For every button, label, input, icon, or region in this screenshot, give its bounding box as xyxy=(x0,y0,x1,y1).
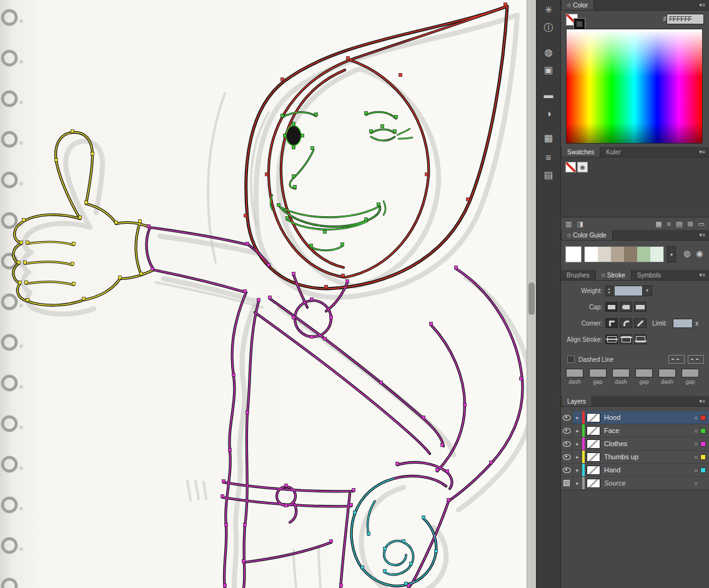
expand-arrow-icon[interactable]: ▸ xyxy=(573,454,582,460)
dash-align-icon[interactable] xyxy=(688,355,704,364)
layer-thumbnail[interactable] xyxy=(587,479,600,488)
align-inside-button[interactable] xyxy=(620,334,632,344)
layer-row-source[interactable]: ▸ Source ○ xyxy=(561,477,709,490)
layer-name[interactable]: Hood xyxy=(603,414,691,421)
panel-menu-icon[interactable]: ▾≡ xyxy=(695,0,709,10)
visibility-toggle[interactable] xyxy=(561,477,573,489)
edit-colors-icon[interactable]: ◉ xyxy=(696,249,703,258)
limit-input[interactable] xyxy=(673,319,693,328)
cap-butt-button[interactable] xyxy=(605,302,618,312)
panel-menu-icon[interactable]: ▾≡ xyxy=(695,147,709,157)
dashed-line-checkbox[interactable] xyxy=(567,356,575,363)
target-circle[interactable]: ○ xyxy=(691,480,701,487)
visibility-toggle[interactable] xyxy=(561,451,573,463)
expand-arrow-icon[interactable]: ▸ xyxy=(573,441,582,447)
layer-row-face[interactable]: ▸ Face ○ xyxy=(561,424,709,437)
visibility-toggle[interactable] xyxy=(561,437,573,450)
target-circle[interactable]: ○ xyxy=(691,427,701,434)
dash-input-1[interactable] xyxy=(566,369,583,377)
expand-arrow-icon[interactable]: ▸ xyxy=(573,467,582,473)
tab-brushes[interactable]: Brushes xyxy=(561,270,595,280)
expand-arrow-icon[interactable]: ▸ xyxy=(573,428,582,434)
gradient-icon[interactable]: ◍ xyxy=(537,46,560,59)
navigator-icon[interactable]: ✳ xyxy=(537,4,560,16)
vector-artwork[interactable] xyxy=(13,6,522,588)
anchor-points[interactable] xyxy=(17,3,523,587)
layer-name[interactable]: Thumbs up xyxy=(603,453,691,461)
paragraph-icon[interactable]: ≡ xyxy=(537,151,560,164)
gap-input-1[interactable] xyxy=(589,369,607,377)
layer-name[interactable]: Source xyxy=(603,479,691,487)
new-swatch-icon[interactable]: ⊞ xyxy=(687,220,693,228)
tab-kuler[interactable]: Kuler xyxy=(600,147,626,157)
registration-swatch[interactable]: ◉ xyxy=(577,162,588,172)
dash-input-2[interactable] xyxy=(612,369,630,377)
gap-input-2[interactable] xyxy=(635,369,653,377)
gap-input-3[interactable] xyxy=(682,369,699,377)
tab-swatches[interactable]: Swatches xyxy=(561,147,600,157)
visibility-toggle[interactable] xyxy=(561,424,573,437)
vertical-scrollbar[interactable] xyxy=(527,0,536,588)
artboard-canvas[interactable] xyxy=(0,0,527,588)
color-themes-icon[interactable]: ◨ xyxy=(577,220,583,228)
layer-thumbnail[interactable] xyxy=(587,439,600,449)
tab-color[interactable]: ◇ Color xyxy=(561,0,594,10)
layer-row-hood[interactable]: ▸ Hood ○ xyxy=(561,411,709,424)
layer-row-clothes[interactable]: ▸ Clothes ○ xyxy=(561,437,709,451)
align-center-button[interactable] xyxy=(605,334,618,344)
align-icon[interactable]: ▦ xyxy=(537,132,560,144)
cap-round-button[interactable] xyxy=(620,302,632,312)
swatch-libraries-icon[interactable]: ▥ xyxy=(565,220,572,228)
layer-name[interactable]: Clothes xyxy=(603,440,691,447)
harmony-dropdown[interactable]: ▾ xyxy=(667,246,676,262)
appearance-icon[interactable]: ▬ xyxy=(537,89,560,101)
tab-layers[interactable]: Layers xyxy=(561,396,592,406)
tab-symbols[interactable]: Symbols xyxy=(632,270,667,280)
layer-row-thumbs-up[interactable]: ▸ Thumbs up ○ xyxy=(561,451,709,464)
base-color-swatch[interactable] xyxy=(565,246,582,262)
target-circle[interactable]: ○ xyxy=(691,467,701,474)
artwork-svg[interactable] xyxy=(0,0,527,588)
corner-miter-button[interactable] xyxy=(605,318,618,328)
corner-bevel-button[interactable] xyxy=(634,318,647,328)
expand-arrow-icon[interactable]: ▸ xyxy=(573,481,582,486)
limit-colors-icon[interactable]: ◍ xyxy=(683,249,690,258)
scrollbar-thumb[interactable] xyxy=(528,282,535,315)
visibility-toggle[interactable] xyxy=(561,464,573,476)
swatch-list[interactable]: ◉ xyxy=(561,157,709,217)
target-circle[interactable]: ○ xyxy=(691,454,701,461)
dash-input-3[interactable] xyxy=(658,369,676,377)
layer-thumbnail[interactable] xyxy=(587,452,600,462)
info-icon[interactable]: ⓘ xyxy=(537,21,560,34)
layer-row-hand[interactable]: ▸ Hand ○ xyxy=(561,464,709,477)
corner-round-button[interactable] xyxy=(620,318,632,328)
expand-arrow-icon[interactable]: ▸ xyxy=(573,415,582,421)
panel-menu-icon[interactable]: ▾≡ xyxy=(695,230,709,240)
weight-stepper[interactable]: ▴ ▾ xyxy=(605,286,613,296)
layer-thumbnail[interactable] xyxy=(587,426,600,436)
transparency-icon[interactable]: ◑ xyxy=(537,107,560,120)
stroke-swatch[interactable] xyxy=(574,19,585,29)
layer-name[interactable]: Face xyxy=(603,427,691,434)
tab-color-guide[interactable]: ◇ Color Guide xyxy=(561,230,613,240)
color-spectrum[interactable] xyxy=(566,29,703,144)
align-outside-button[interactable] xyxy=(634,334,647,344)
none-swatch[interactable] xyxy=(565,162,576,172)
layer-thumbnail[interactable] xyxy=(587,413,600,422)
show-kinds-icon[interactable]: ▦ xyxy=(655,220,662,228)
swatch-options-icon[interactable]: ≡ xyxy=(667,220,671,227)
artboards-icon[interactable]: ▤ xyxy=(537,169,560,181)
panel-menu-icon[interactable]: ▾≡ xyxy=(695,270,709,280)
visibility-toggle[interactable] xyxy=(561,411,573,424)
new-color-group-icon[interactable]: ▤ xyxy=(676,220,682,228)
tab-stroke[interactable]: ◇ Stroke xyxy=(595,270,632,280)
weight-input[interactable] xyxy=(614,286,643,296)
target-circle[interactable]: ○ xyxy=(691,441,701,447)
cap-projecting-button[interactable] xyxy=(634,302,647,312)
delete-swatch-icon[interactable]: ▭ xyxy=(698,220,705,228)
layer-thumbnail[interactable] xyxy=(587,466,600,475)
transform-icon[interactable]: ▣ xyxy=(537,64,560,76)
dash-preserve-icon[interactable] xyxy=(668,355,685,364)
color-variations-strip[interactable] xyxy=(584,246,664,262)
target-circle[interactable]: ○ xyxy=(691,414,701,421)
